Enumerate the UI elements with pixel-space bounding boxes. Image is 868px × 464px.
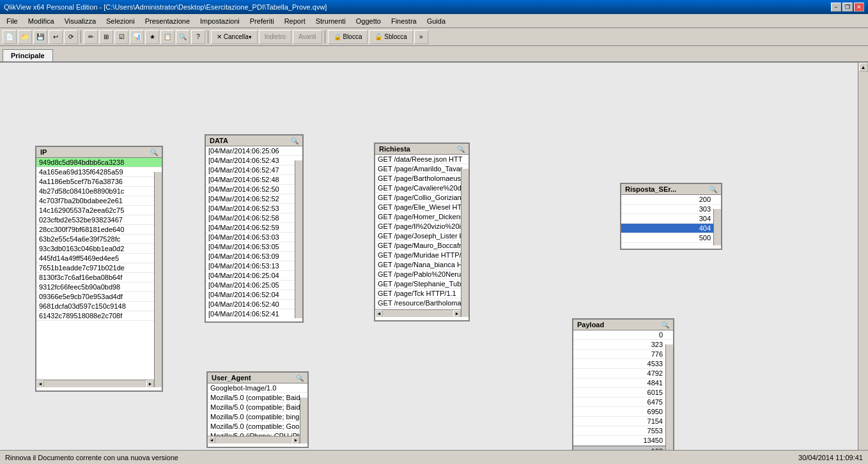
toolbar-indietro[interactable]: Indietro: [259, 30, 291, 44]
payload-item[interactable]: 4841: [573, 378, 673, 388]
useragent-item[interactable]: Googlebot-Image/1.0: [208, 383, 307, 393]
toolbar-extra[interactable]: »: [414, 30, 428, 44]
ua-hscroll[interactable]: ◄ ►: [208, 436, 300, 444]
ip-item[interactable]: 9681dcfa03d597c150c9148: [36, 302, 162, 311]
restore-button[interactable]: ❐: [842, 3, 853, 12]
data-item[interactable]: [04/Mar/2014:06:52:52: [206, 194, 302, 204]
risposta-item[interactable]: 304: [621, 214, 721, 224]
ip-search-icon[interactable]: 🔍: [150, 149, 158, 156]
toolbar-cancella[interactable]: ✕ Cancella ▾: [211, 30, 258, 44]
toolbar-search[interactable]: 🔍: [176, 30, 190, 44]
richiesta-search-icon[interactable]: 🔍: [457, 146, 465, 153]
menu-preferiti[interactable]: Preferiti: [245, 14, 279, 28]
right-scrollbar[interactable]: ▲ ▼: [858, 63, 868, 464]
toolbar-grid[interactable]: ⊞: [99, 30, 113, 44]
ip-item[interactable]: 93c3db0163c046bb1ea0d2: [36, 244, 162, 254]
useragent-item[interactable]: Mozilla/5.0 (compatible; Baid: [208, 393, 307, 403]
toolbar-help[interactable]: ?: [191, 30, 205, 44]
useragent-item[interactable]: Mozilla/5.0 (compatible; Baid: [208, 403, 307, 412]
payload-item[interactable]: 7553: [573, 426, 673, 436]
menu-impostazioni[interactable]: Impostazioni: [195, 14, 245, 28]
menu-file[interactable]: File: [1, 14, 23, 28]
data-item[interactable]: [04/Mar/2014:06:52:59: [206, 223, 302, 233]
payload-item[interactable]: 776: [573, 350, 673, 359]
toolbar-chart[interactable]: 📊: [130, 30, 144, 44]
richiesta-hscroll[interactable]: ◄ ►: [375, 309, 461, 317]
payload-item[interactable]: 323: [573, 340, 673, 350]
risposta-item[interactable]: 500: [621, 233, 721, 243]
risposta-item[interactable]: 404: [621, 224, 721, 233]
menu-guida[interactable]: Guida: [422, 14, 451, 28]
ip-item[interactable]: 4a1186eb5cef7b76a38736: [36, 177, 162, 187]
risposta-search-icon[interactable]: 🔍: [709, 186, 717, 193]
richiesta-item[interactable]: GET /page/Homer_Dickens: [375, 212, 469, 222]
minimize-button[interactable]: −: [831, 3, 841, 12]
payload-item[interactable]: 13450: [573, 436, 673, 445]
data-item[interactable]: [04/Mar/2014:06:53:05: [206, 242, 302, 252]
richiesta-item[interactable]: GET /page/Nana_bianca H: [375, 260, 469, 270]
data-item[interactable]: [04/Mar/2014:06:52:50: [206, 185, 302, 194]
richiesta-item[interactable]: GET /page/Mauro_Boccafrc: [375, 241, 469, 251]
useragent-content[interactable]: Googlebot-Image/1.0 Mozilla/5.0 (compati…: [208, 383, 307, 444]
richiesta-item[interactable]: GET /page/Bartholomaeus_: [375, 174, 469, 183]
toolbar-save[interactable]: 💾: [33, 30, 47, 44]
richiesta-content[interactable]: GET /data/Reese.json HTT GET /page/Amari…: [375, 155, 469, 317]
payload-item[interactable]: 6475: [573, 398, 673, 407]
ip-hscroll[interactable]: ◄ ►: [36, 380, 154, 387]
toolbar-open[interactable]: 📁: [18, 30, 32, 44]
ip-item[interactable]: 949d8c5d984bdbb6ca3238: [36, 158, 162, 167]
menu-modifica[interactable]: Modifica: [23, 14, 59, 28]
richiesta-item[interactable]: GET /resource/Bartholoma: [375, 298, 469, 308]
ip-item[interactable]: 023cfbd2e532be93823467: [36, 215, 162, 225]
toolbar-avanti[interactable]: Avanti: [293, 30, 322, 44]
useragent-item[interactable]: Mozilla/5.0 (compatible; Goog: [208, 422, 307, 431]
data-item[interactable]: [04/Mar/2014:06:53:09: [206, 252, 302, 261]
ip-item[interactable]: 28cc300f79bf68181ede640: [36, 225, 162, 235]
tab-principale[interactable]: Principale: [3, 49, 53, 61]
payload-item[interactable]: 4792: [573, 369, 673, 378]
payload-item[interactable]: 0: [573, 330, 673, 340]
data-item[interactable]: [04/Mar/2014:06:53:13: [206, 261, 302, 271]
payload-search-icon[interactable]: 🔍: [662, 321, 669, 329]
data-item[interactable]: [04/Mar/2014:06:52:43: [206, 156, 302, 166]
richiesta-item[interactable]: GET /page/Il%20vizio%20i: [375, 222, 469, 231]
richiesta-item[interactable]: GET /page/Elie_Wiesel HTT: [375, 203, 469, 212]
payload-content[interactable]: 0 323 776 4533 4792 4841 6015 6475 6950 …: [573, 330, 673, 464]
ip-item[interactable]: 4a165ea69d135f64285a59: [36, 167, 162, 177]
data-item[interactable]: [04/Mar/2014:06:52:58: [206, 213, 302, 223]
menu-visualizza[interactable]: Visualizza: [59, 14, 101, 28]
toolbar-clipboard[interactable]: 📋: [160, 30, 174, 44]
data-item[interactable]: [04/Mar/2014:06:52:04: [206, 290, 302, 300]
data-item[interactable]: [04/Mar/2014:06:52:48: [206, 175, 302, 185]
richiesta-item[interactable]: GET /page/Amarildo_Tavar: [375, 164, 469, 174]
data-item[interactable]: [04/Mar/2014:06:52:47: [206, 166, 302, 175]
data-item[interactable]: [04/Mar/2014:06:25:06: [206, 146, 302, 156]
data-item[interactable]: [04/Mar/2014:06:52:40: [206, 300, 302, 309]
richiesta-item[interactable]: GET /page/Tck HTTP/1.1: [375, 289, 469, 298]
ip-content[interactable]: 949d8c5d984bdbb6ca3238 4a165ea69d135f642…: [36, 158, 162, 387]
useragent-search-icon[interactable]: 🔍: [296, 375, 304, 382]
ip-item[interactable]: 61432c789518088e2c708f: [36, 311, 162, 321]
ip-item[interactable]: 4b27d58c08410e8890b91c: [36, 187, 162, 196]
toolbar-undo[interactable]: ↩: [49, 30, 63, 44]
richiesta-item[interactable]: GET /page/Joseph_Lister H: [375, 231, 469, 241]
payload-item[interactable]: 6950: [573, 407, 673, 417]
menu-oggetto[interactable]: Oggetto: [351, 14, 386, 28]
ip-item[interactable]: 4c703f7ba2b0bdabee2e61: [36, 196, 162, 206]
data-item[interactable]: [04/Mar/2014:06:52:53: [206, 204, 302, 213]
menu-report[interactable]: Report: [279, 14, 311, 28]
ip-item[interactable]: 14c162905537a2eea62c75: [36, 206, 162, 215]
toolbar-blocca[interactable]: 🔒 Blocca: [328, 30, 368, 44]
risposta-item[interactable]: 200: [621, 195, 721, 205]
menu-presentazione[interactable]: Presentazione: [140, 14, 195, 28]
data-content[interactable]: [04/Mar/2014:06:25:06 [04/Mar/2014:06:52…: [206, 146, 302, 318]
menu-finestra[interactable]: Finestra: [386, 14, 422, 28]
data-item[interactable]: [04/Mar/2014:06:53:03: [206, 233, 302, 242]
menu-selezioni[interactable]: Selezioni: [101, 14, 140, 28]
richiesta-item[interactable]: GET /page/Collio_Gorizian: [375, 193, 469, 203]
ip-item[interactable]: 445fd14a49ff5469ed4ee5: [36, 254, 162, 263]
ua-vscroll[interactable]: [300, 398, 307, 444]
payload-item[interactable]: 4533: [573, 359, 673, 369]
data-item[interactable]: [04/Mar/2014:06:25:05: [206, 281, 302, 290]
toolbar-new[interactable]: 📄: [3, 30, 17, 44]
